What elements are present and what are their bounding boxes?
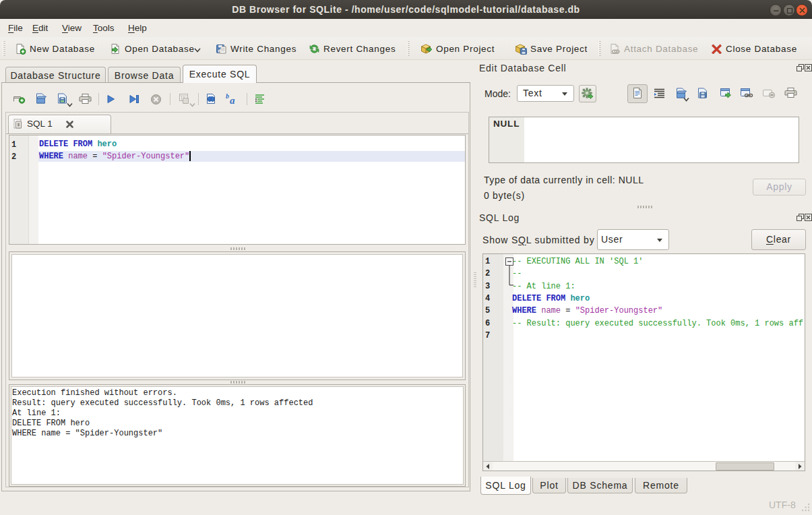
- svg-text:a: a: [230, 95, 235, 105]
- svg-text:b: b: [226, 92, 229, 100]
